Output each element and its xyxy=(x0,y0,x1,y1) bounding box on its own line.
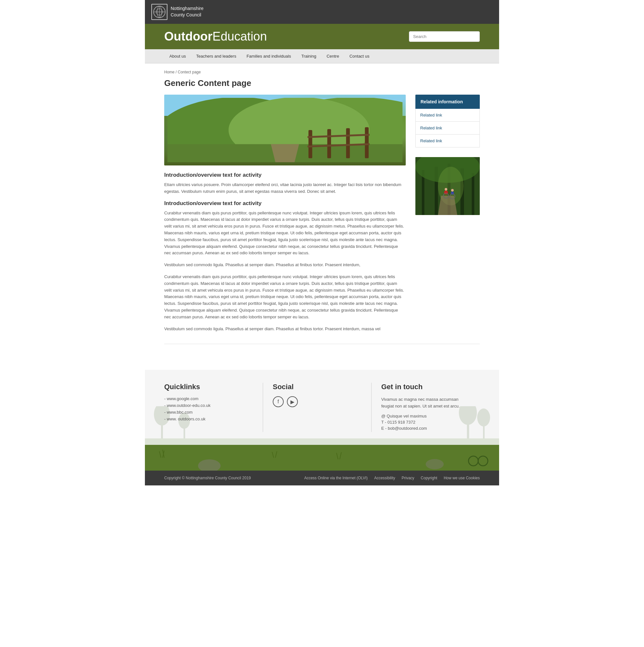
main-content-column: Introduction/overview text for activity … xyxy=(164,95,406,337)
contact-description: Vivamus ac magna nec massa accumsan feug… xyxy=(381,396,470,410)
content-wrapper: Home / Contect page Generic Content page xyxy=(145,63,499,363)
hero-image xyxy=(164,95,406,165)
search-input[interactable] xyxy=(409,31,480,42)
related-info-header: Related information xyxy=(415,95,480,109)
footer-quicklinks-col: Quicklinks - www.google.com - www.outdoo… xyxy=(164,383,263,432)
nav-item-about-us[interactable]: About us xyxy=(164,49,191,63)
facebook-icon[interactable]: f xyxy=(273,396,284,407)
footer-bottom-links: Access Online via the Internet (OLVI) Ac… xyxy=(304,476,480,480)
text-short: Vestibulum sed commodo ligula. Phasellus… xyxy=(164,262,406,269)
top-header: Nottinghamshire County Council xyxy=(145,0,499,24)
breadcrumb-home[interactable]: Home xyxy=(164,70,175,74)
brand-bar: OutdoorEducation xyxy=(145,24,499,49)
footer-link-accessibility[interactable]: Accessibility xyxy=(374,476,395,480)
footer-link-cookies[interactable]: How we use Cookies xyxy=(444,476,480,480)
svg-rect-43 xyxy=(145,445,499,471)
svg-point-33 xyxy=(451,189,454,192)
contact-email: E - bob@outdoored.com xyxy=(381,426,470,431)
svg-marker-10 xyxy=(271,144,299,162)
svg-marker-27 xyxy=(438,196,457,215)
footer-link-copyright[interactable]: Copyright xyxy=(421,476,437,480)
related-link-2[interactable]: Related link xyxy=(416,122,479,135)
footer-social-col: Social f ▶ xyxy=(273,383,372,432)
svg-point-30 xyxy=(445,188,447,191)
sidebar: Related information Related link Related… xyxy=(415,95,480,337)
logo-text: Nottinghamshire County Council xyxy=(171,5,203,18)
copyright-text: Copyright © Nottinghamshire County Counc… xyxy=(164,476,295,480)
footer-contact-col: Get in touch Vivamus ac magna nec massa … xyxy=(381,383,480,432)
main-layout: Introduction/overview text for activity … xyxy=(164,95,480,337)
intro-text-2: Curabitur venenatis diam quis purus port… xyxy=(164,210,406,257)
svg-rect-12 xyxy=(327,129,331,158)
nav-item-teachers-leaders[interactable]: Teachers and leaders xyxy=(191,49,241,63)
logo-area: Nottinghamshire County Council xyxy=(151,4,203,20)
intro-title-2: Introduction/overview text for activity xyxy=(164,200,406,207)
bottom-footer: Copyright © Nottinghamshire County Counc… xyxy=(145,471,499,485)
main-nav: About us Teachers and leaders Families a… xyxy=(145,49,499,63)
social-icons-row: f ▶ xyxy=(273,396,362,407)
social-title: Social xyxy=(273,383,362,391)
related-link-1[interactable]: Related link xyxy=(416,109,479,122)
svg-rect-14 xyxy=(365,127,369,158)
quicklink-2[interactable]: - www.outdoor-edu.co.uk xyxy=(164,403,253,408)
nav-item-centre[interactable]: Centre xyxy=(321,49,344,63)
page-title: Generic Content page xyxy=(164,78,480,88)
nature-footer-band xyxy=(145,445,499,471)
text-short2: Vestibulum sed commodo ligula. Phasellus… xyxy=(164,326,406,333)
content-divider xyxy=(164,344,480,344)
related-links-container: Related link Related link Related link xyxy=(415,109,480,147)
intro-title-1: Introduction/overview text for activity xyxy=(164,172,406,178)
breadcrumb: Home / Contect page xyxy=(164,70,480,74)
contact-email-label: @ Quisque vel maximus xyxy=(381,414,470,419)
svg-rect-42 xyxy=(145,438,499,445)
nav-item-training[interactable]: Training xyxy=(296,49,321,63)
quicklink-4[interactable]: - www. outdoors.co.uk xyxy=(164,417,253,421)
svg-rect-24 xyxy=(472,173,474,215)
svg-rect-34 xyxy=(161,413,163,445)
svg-rect-40 xyxy=(483,416,485,445)
nav-item-contact-us[interactable]: Contact us xyxy=(344,49,375,63)
youtube-icon[interactable]: ▶ xyxy=(287,396,298,407)
quicklinks-title: Quicklinks xyxy=(164,383,253,391)
svg-rect-13 xyxy=(346,128,350,158)
footer-links-section: Quicklinks - www.google.com - www.outdoo… xyxy=(145,370,499,445)
footer-link-privacy[interactable]: Privacy xyxy=(401,476,414,480)
council-logo-icon xyxy=(151,4,168,20)
footer-link-access-online[interactable]: Access Online via the Internet (OLVI) xyxy=(304,476,368,480)
footer-links-grid: Quicklinks - www.google.com - www.outdoo… xyxy=(164,383,480,432)
contact-phone: T - 0115 918 7372 xyxy=(381,420,470,425)
quicklink-3[interactable]: - www.bbc.com xyxy=(164,410,253,415)
intro-text-3: Curabitur venenatis diam quis purus port… xyxy=(164,274,406,320)
sidebar-cycling-image xyxy=(415,157,480,215)
contact-title: Get in touch xyxy=(381,383,470,391)
related-link-3[interactable]: Related link xyxy=(416,135,479,147)
brand-title: OutdoorEducation xyxy=(164,29,267,44)
nav-item-families-individuals[interactable]: Families and individuals xyxy=(242,49,296,63)
quicklink-1[interactable]: - www.google.com xyxy=(164,396,253,401)
svg-rect-11 xyxy=(309,130,312,158)
intro-text-1: Etiam ultricies varius posuere. Proin ul… xyxy=(164,182,406,195)
svg-point-45 xyxy=(426,459,444,469)
